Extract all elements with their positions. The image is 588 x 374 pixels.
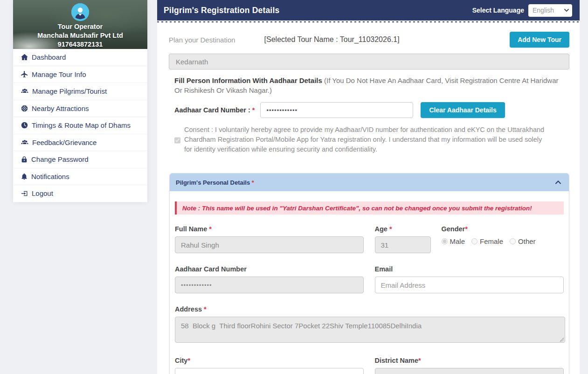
- clear-aadhaar-button[interactable]: Clear Aadhaar Details: [421, 102, 505, 118]
- age-gender-group: Age * Gender* Male Female Other: [375, 225, 564, 253]
- person-icon: [71, 3, 89, 21]
- aadhaar-number-label: Aadhaar Card Number : *: [174, 106, 255, 114]
- gender-option-other: Other: [510, 237, 536, 245]
- sidebar-item-feedback-grievance[interactable]: Feedback/Grievance: [13, 134, 147, 152]
- compass-icon: [21, 104, 28, 112]
- destination-input: [169, 54, 569, 69]
- city-input[interactable]: [175, 368, 364, 374]
- sidebar-item-change-password[interactable]: Change Password: [13, 151, 147, 168]
- personal-details-body: Note : This name will be used in "Yatri …: [170, 191, 569, 374]
- sidebar-item-logout[interactable]: Logout: [13, 185, 147, 202]
- page-title: Pilgrim's Registration Details: [164, 6, 279, 15]
- add-new-tour-button[interactable]: Add New Tour: [510, 32, 569, 48]
- sidebar-item-label: Nearby Attractions: [32, 104, 89, 112]
- profile-phone: 917643872131: [13, 40, 147, 49]
- aadhaar-heading-bold: Fill Person Information With Aadhaar Det…: [174, 76, 322, 84]
- logout-icon: [21, 190, 28, 197]
- form-row: City* District Name*: [175, 357, 564, 374]
- full-name-field: Full Name *: [175, 225, 364, 253]
- profile-card: Tour Operator Manchala Mushafir Pvt Ltd …: [13, 0, 147, 49]
- district-field: District Name*: [375, 357, 564, 374]
- form-row: Aadhaar Card Number Email: [175, 265, 564, 293]
- language-selector: Select Language English: [472, 4, 572, 17]
- email-input[interactable]: [375, 277, 564, 293]
- language-select[interactable]: English: [528, 4, 572, 17]
- plane-icon: [21, 70, 28, 78]
- aadhaar-section-heading: Fill Person Information With Aadhaar Det…: [174, 76, 561, 95]
- avatar: [71, 3, 89, 21]
- full-name-label: Full Name *: [175, 225, 364, 233]
- sidebar-item-timings-route-map[interactable]: Timings & Route Map of Dhams: [13, 117, 147, 134]
- consent-text: Consent : I voluntarily hereby agree to …: [184, 125, 552, 154]
- sidebar-item-manage-tour-info[interactable]: Manage Tour Info: [13, 66, 147, 83]
- gender-radio-male: [442, 238, 448, 244]
- required-asterisk: *: [252, 106, 255, 114]
- required-asterisk: *: [465, 225, 468, 233]
- page-header: Pilgrim's Registration Details Select La…: [157, 0, 580, 21]
- aadhaar-entry-row: Aadhaar Card Number : * Clear Aadhaar De…: [174, 102, 580, 118]
- email-label: Email: [375, 265, 564, 273]
- required-asterisk: *: [389, 225, 392, 233]
- sidebar-item-label: Feedback/Grievance: [32, 139, 97, 146]
- address-label: Address *: [175, 305, 565, 313]
- gender-radio-group: Male Female Other: [442, 237, 564, 245]
- sidebar-item-label: Notifications: [31, 173, 69, 180]
- aadhaar-display-field: Aadhaar Card Number: [175, 265, 364, 293]
- profile-role: Tour Operator: [13, 22, 147, 31]
- sidebar-item-label: Dashboard: [32, 53, 66, 61]
- users-icon: [21, 139, 29, 146]
- sidebar-item-label: Logout: [32, 189, 53, 197]
- aadhaar-display-label: Aadhaar Card Number: [175, 265, 364, 273]
- required-asterisk: *: [418, 357, 421, 364]
- form-row: Full Name * Age * Gender* Male Female Ot…: [175, 225, 564, 253]
- gender-option-male: Male: [442, 237, 465, 245]
- gender-label: Gender*: [442, 225, 564, 233]
- clock-icon: [21, 121, 28, 129]
- address-textarea: 58 Block g Third floorRohini Sector 7Poc…: [175, 317, 565, 343]
- sidebar-menu: Dashboard Manage Tour Info Manage Pilgri…: [13, 49, 147, 202]
- aadhaar-display-input: [175, 277, 364, 293]
- profile-name: Manchala Mushafir Pvt Ltd: [13, 31, 147, 40]
- city-label: City*: [175, 357, 364, 364]
- chevron-up-icon: [555, 180, 561, 185]
- tour-toolbar: Plan your Destination [Selected Tour Nam…: [169, 32, 569, 47]
- gender-option-female: Female: [471, 237, 503, 245]
- consent-row: Consent : I voluntarily hereby agree to …: [174, 125, 552, 154]
- home-icon: [21, 53, 28, 61]
- users-icon: [21, 87, 29, 95]
- sidebar-item-notifications[interactable]: Notifications: [13, 168, 147, 186]
- sidebar-item-dashboard[interactable]: Dashboard: [13, 49, 147, 66]
- sidebar-item-nearby-attractions[interactable]: Nearby Attractions: [13, 100, 147, 118]
- sidebar-item-label: Manage Tour Info: [32, 70, 86, 78]
- email-field: Email: [375, 265, 564, 293]
- aadhaar-number-input[interactable]: [260, 102, 413, 118]
- gender-radio-female: [471, 238, 477, 244]
- form-row: Address * 58 Block g Third floorRohini S…: [175, 305, 564, 345]
- personal-details-accordion-header[interactable]: Pilgrim's Personal Details *: [170, 173, 569, 191]
- personal-details-title: Pilgrim's Personal Details *: [176, 179, 254, 186]
- sidebar-item-label: Change Password: [31, 155, 89, 163]
- district-label: District Name*: [375, 357, 564, 364]
- sidebar: Tour Operator Manchala Mushafir Pvt Ltd …: [13, 0, 147, 202]
- personal-details-card: Pilgrim's Personal Details * Note : This…: [169, 173, 569, 374]
- required-asterisk: *: [209, 225, 212, 233]
- selected-tour-name: [Selected Tour Name : Tour_11032026.1]: [264, 35, 400, 44]
- language-label: Select Language: [472, 7, 524, 14]
- resize-grip-icon: [560, 338, 564, 342]
- age-field: Age *: [375, 225, 431, 253]
- age-input: [375, 236, 431, 253]
- district-input: [375, 368, 564, 374]
- address-field: Address * 58 Block g Third floorRohini S…: [175, 305, 565, 345]
- header-dashed-divider: [157, 21, 580, 23]
- city-field: City*: [175, 357, 364, 374]
- plan-destination-label: Plan your Destination: [169, 36, 235, 44]
- full-name-input: [175, 236, 364, 253]
- main-panel: Pilgrim's Registration Details Select La…: [157, 0, 580, 374]
- age-label: Age *: [375, 225, 431, 233]
- sidebar-item-manage-pilgrims[interactable]: Manage Pilgrims/Tourist: [13, 83, 147, 100]
- required-asterisk: *: [252, 179, 254, 186]
- gender-field: Gender* Male Female Other: [442, 225, 564, 253]
- required-asterisk: *: [187, 357, 190, 364]
- lock-icon: [21, 155, 28, 163]
- bell-icon: [21, 173, 28, 180]
